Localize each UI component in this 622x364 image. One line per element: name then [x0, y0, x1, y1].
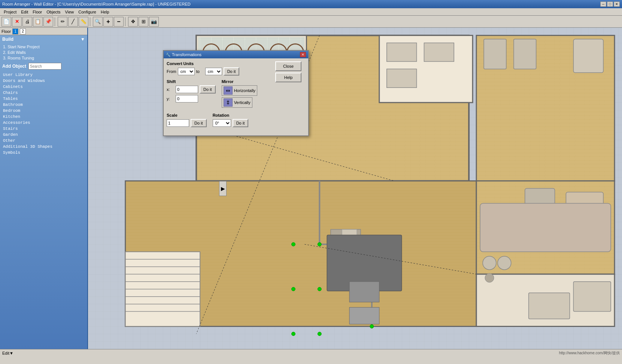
obj-accessories[interactable]: Accessories	[2, 120, 85, 126]
new-button[interactable]: 📄	[1, 17, 11, 27]
menu-view[interactable]: View	[63, 9, 76, 15]
obj-doors-windows[interactable]: Doors and Windows	[2, 78, 85, 84]
shift-label: Shift	[167, 79, 216, 84]
zoom-area-button[interactable]: 🔍	[93, 17, 103, 27]
mirror-horizontally-button[interactable]: ⇔ Horizontally	[222, 85, 257, 96]
svg-point-54	[485, 273, 494, 282]
obj-symbols[interactable]: Symbols	[2, 150, 85, 156]
rotation-row: 0°90°180°270° Do it	[213, 119, 249, 127]
dialog-close-button[interactable]: ✕	[300, 52, 306, 57]
minimize-button[interactable]: ─	[600, 1, 606, 7]
copy-button[interactable]: 📋	[33, 17, 43, 27]
obj-kitchen[interactable]: Kitchen	[2, 114, 85, 120]
mirror-h-row: ⇔ Horizontally	[222, 85, 257, 96]
svg-rect-38	[484, 39, 506, 69]
titlebar: Room Arranger - Wall Editor - [C:\Users\…	[0, 0, 622, 8]
menu-help[interactable]: Help	[98, 9, 112, 15]
canvas-area[interactable]: ▶	[88, 28, 622, 349]
transform-button[interactable]: ⊞	[139, 17, 148, 27]
search-input[interactable]	[28, 63, 61, 70]
shift-x-row: x: Do it	[167, 85, 216, 94]
scale-input[interactable]	[167, 119, 189, 127]
svg-rect-34	[387, 43, 417, 62]
obj-bathroom[interactable]: Bathroom	[2, 102, 85, 108]
menu-project[interactable]: Project	[1, 9, 19, 15]
close-button[interactable]: Close	[275, 61, 301, 71]
app-title: Room Arranger - Wall Editor - [C:\Users\…	[2, 2, 600, 6]
mirror-vertically-button[interactable]: ⇕ Vertically	[222, 97, 252, 108]
scale-doit-button[interactable]: Do it	[191, 119, 207, 127]
svg-point-69	[318, 242, 321, 246]
left-panel: Floor 1 2 Build ▼ 1. Start New Project 2…	[0, 28, 88, 349]
move-button[interactable]: ✥	[128, 17, 138, 27]
shift-x-input[interactable]	[176, 86, 198, 93]
rotation-doit-button[interactable]: Do it	[233, 119, 249, 127]
obj-other[interactable]: Other	[2, 138, 85, 144]
scale-label: Scale	[167, 113, 207, 117]
build-item-3[interactable]: 3. Rooms Tuning	[2, 55, 85, 61]
rotation-select[interactable]: 0°90°180°270°	[213, 119, 231, 127]
help-button[interactable]: Help	[275, 73, 301, 82]
obj-user-library[interactable]: User Library	[2, 72, 85, 78]
mirror-v-icon: ⇕	[224, 98, 233, 107]
build-label: Build	[2, 37, 13, 42]
svg-rect-36	[387, 69, 417, 88]
from-label: From	[167, 69, 176, 74]
menu-configure[interactable]: Configure	[76, 9, 98, 15]
panel-toggle-button[interactable]: ▶	[219, 181, 227, 196]
svg-rect-35	[424, 43, 454, 62]
zoom-in-button[interactable]: +	[103, 17, 113, 27]
obj-tables[interactable]: Tables	[2, 96, 85, 102]
draw-line-button[interactable]: ╱	[68, 17, 78, 27]
dialog-icon: 🔧	[166, 53, 170, 57]
convert-doit-button[interactable]: Do it	[224, 67, 240, 76]
obj-chairs[interactable]: Chairs	[2, 90, 85, 96]
paste-button[interactable]: 📌	[43, 17, 53, 27]
print-button[interactable]: 🖨	[22, 17, 32, 27]
toolbar-sep-1	[55, 17, 56, 26]
svg-rect-49	[349, 308, 379, 324]
close-window-button[interactable]: ✕	[614, 1, 620, 7]
transformations-dialog: 🔧 Transformations ✕ Convert Units From	[163, 50, 309, 136]
obj-garden[interactable]: Garden	[2, 132, 85, 138]
shift-doit-button[interactable]: Do it	[200, 85, 216, 94]
add-object-label: Add Object	[2, 64, 26, 69]
build-arrow-icon[interactable]: ▼	[81, 37, 85, 42]
y-label: y:	[167, 97, 174, 101]
dialog-title: Transformations	[172, 52, 300, 57]
edit-mode-arrow[interactable]: ▼	[9, 351, 13, 355]
toolbar-sep-3	[125, 17, 127, 26]
to-unit-select[interactable]: cmmmmftin	[205, 68, 222, 75]
x-label: x:	[167, 87, 174, 92]
obj-cabinets[interactable]: Cabinets	[2, 84, 85, 90]
photo-button[interactable]: 📷	[149, 17, 159, 27]
build-section-header: Build ▼	[0, 35, 87, 43]
obj-bedroom[interactable]: Bedroom	[2, 108, 85, 114]
build-item-2[interactable]: 2. Edit Walls	[2, 50, 85, 55]
mirror-v-label: Vertically	[234, 100, 251, 105]
menu-objects[interactable]: Objects	[44, 9, 63, 15]
zoom-out-button[interactable]: −	[114, 17, 124, 27]
menu-floor[interactable]: Floor	[30, 9, 44, 15]
shift-mirror-row: Shift x: Do it y:	[167, 79, 272, 113]
svg-rect-57	[480, 203, 611, 252]
from-unit-select[interactable]: cmmmmftin	[178, 68, 195, 75]
floor-2-button[interactable]: 2	[20, 28, 26, 34]
svg-point-70	[291, 242, 295, 246]
svg-point-72	[291, 332, 295, 336]
convert-units-label: Convert Units	[167, 61, 272, 66]
delete-button[interactable]: ✕	[12, 17, 22, 27]
draw-wall-button[interactable]: ✏	[58, 17, 67, 27]
maximize-button[interactable]: □	[607, 1, 613, 7]
floor-label: Floor	[1, 29, 11, 34]
menu-edit[interactable]: Edit	[19, 9, 30, 15]
obj-stairs[interactable]: Stairs	[2, 126, 85, 132]
svg-rect-48	[349, 282, 379, 302]
dialog-controls: Convert Units From cmmmmftin to cmmmmfti…	[167, 61, 272, 132]
obj-3d-shapes[interactable]: Additional 3D Shapes	[2, 144, 85, 150]
measure-button[interactable]: 📏	[79, 17, 88, 27]
mirror-section: Mirror ⇔ Horizontally ⇕	[222, 79, 257, 109]
build-item-1[interactable]: 1. Start New Project	[2, 44, 85, 49]
floor-1-button[interactable]: 1	[12, 28, 18, 34]
shift-y-input[interactable]	[176, 95, 198, 103]
